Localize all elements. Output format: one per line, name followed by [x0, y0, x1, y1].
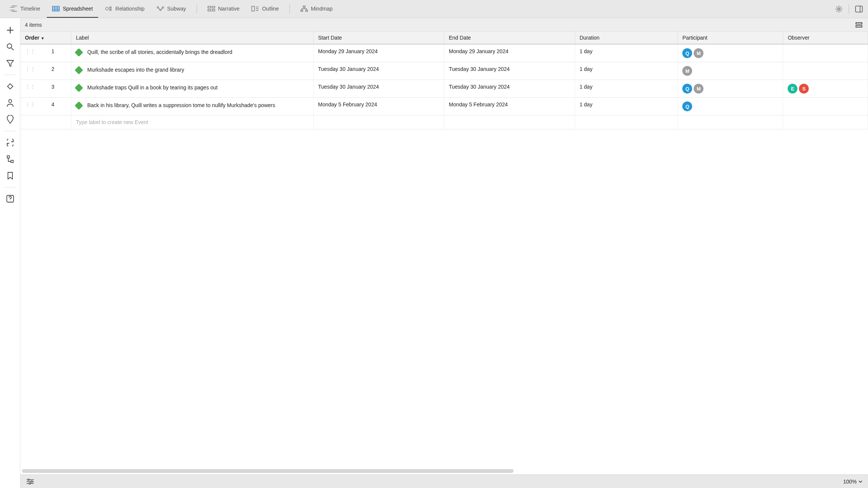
drag-handle-icon[interactable]: ⋮⋮	[25, 66, 35, 72]
narrative-icon	[208, 5, 215, 12]
settings-button[interactable]	[834, 5, 843, 14]
event-label[interactable]: Murkshade traps Quill in a book by teari…	[87, 84, 218, 91]
plus-icon	[6, 26, 14, 34]
tab-relationship[interactable]: Relationship	[100, 0, 150, 18]
col-header-participant[interactable]: Participant	[678, 32, 783, 44]
cell-observer[interactable]	[783, 62, 868, 80]
svg-rect-16	[7, 84, 12, 89]
row-display-button[interactable]	[854, 20, 863, 29]
avatar[interactable]: Q	[682, 101, 692, 111]
search-button[interactable]	[3, 39, 17, 54]
event-label[interactable]: Murkshade escapes into the grand library	[87, 66, 184, 74]
cell-end[interactable]: Tuesday 30 January 2024	[444, 62, 575, 80]
svg-rect-14	[856, 6, 862, 12]
cell-start[interactable]: Tuesday 30 January 2024	[313, 62, 444, 80]
svg-rect-5	[208, 6, 211, 8]
item-count: 4 items	[25, 22, 42, 28]
row-order: 1	[39, 48, 66, 54]
view-options-button[interactable]	[26, 477, 35, 486]
cell-observer[interactable]	[783, 98, 868, 115]
gear-icon	[835, 5, 843, 13]
zoom-control[interactable]: 100%	[843, 479, 863, 485]
tab-subway[interactable]: Subway	[151, 0, 191, 18]
cell-observer[interactable]	[783, 44, 868, 62]
cell-participant[interactable]: QM	[678, 44, 783, 62]
svg-rect-12	[305, 10, 307, 11]
refresh-button[interactable]	[3, 135, 17, 150]
cell-duration[interactable]: 1 day	[575, 98, 678, 115]
panel-toggle-button[interactable]	[854, 5, 863, 14]
tab-label: Spreadsheet	[63, 6, 92, 12]
add-button[interactable]	[3, 23, 17, 38]
table-row[interactable]: ⋮⋮ 4 Back in his library, Quill writes a…	[20, 98, 868, 115]
svg-point-15	[7, 44, 12, 48]
cell-duration[interactable]: 1 day	[575, 62, 678, 80]
avatar[interactable]: Q	[682, 84, 692, 94]
cell-end[interactable]: Tuesday 30 January 2024	[444, 80, 575, 98]
avatar[interactable]: Q	[682, 48, 692, 58]
tab-narrative[interactable]: Narrative	[202, 0, 245, 18]
sidebar-separator	[5, 187, 16, 187]
dependency-button[interactable]	[3, 152, 17, 167]
event-label[interactable]: Back in his library, Quill writes a supp…	[87, 101, 275, 109]
svg-point-23	[28, 479, 29, 480]
tab-mindmap[interactable]: Mindmap	[295, 0, 338, 18]
cell-participant[interactable]: Q	[678, 98, 783, 115]
avatar[interactable]: M	[694, 84, 703, 94]
cell-participant[interactable]: M	[678, 62, 783, 80]
drag-handle-icon[interactable]: ⋮⋮	[25, 102, 35, 107]
svg-rect-18	[7, 156, 9, 158]
character-button[interactable]	[3, 95, 17, 110]
cell-start[interactable]: Monday 5 February 2024	[313, 98, 444, 115]
avatar[interactable]: M	[682, 66, 692, 76]
event-label[interactable]: Quill, the scribe of all stories, accide…	[87, 48, 232, 56]
new-event-row[interactable]	[20, 115, 868, 129]
branch-icon	[6, 155, 14, 163]
event-type-button[interactable]	[3, 79, 17, 94]
drag-handle-icon[interactable]: ⋮⋮	[25, 84, 35, 89]
filter-button[interactable]	[3, 56, 17, 71]
table-row[interactable]: ⋮⋮ 1 Quill, the scribe of all stories, a…	[20, 44, 868, 62]
row-order: 3	[39, 84, 66, 90]
subway-icon	[157, 5, 164, 12]
cell-duration[interactable]: 1 day	[575, 80, 678, 98]
help-button[interactable]	[3, 191, 17, 206]
avatar[interactable]: S	[799, 84, 809, 94]
horizontal-scrollbar[interactable]	[22, 469, 514, 473]
avatar[interactable]: M	[694, 48, 703, 58]
col-header-observer[interactable]: Observer	[783, 32, 868, 44]
tab-spreadsheet[interactable]: Spreadsheet	[47, 0, 98, 18]
drag-handle-icon[interactable]: ⋮⋮	[25, 49, 35, 54]
avatar[interactable]: E	[788, 84, 797, 94]
svg-point-13	[838, 8, 840, 10]
cell-duration[interactable]: 1 day	[575, 44, 678, 62]
tab-timeline[interactable]: Timeline	[5, 0, 45, 18]
row-order: 4	[39, 101, 66, 107]
tab-outline[interactable]: Outline	[246, 0, 284, 18]
cell-start[interactable]: Tuesday 30 January 2024	[313, 80, 444, 98]
cell-observer[interactable]: ES	[783, 80, 868, 98]
table-row[interactable]: ⋮⋮ 3 Murkshade traps Quill in a book by …	[20, 80, 868, 98]
cell-end[interactable]: Monday 5 February 2024	[444, 98, 575, 115]
help-icon	[6, 195, 14, 203]
table-row[interactable]: ⋮⋮ 2 Murkshade escapes into the grand li…	[20, 62, 868, 80]
svg-rect-21	[856, 23, 862, 24]
new-event-input[interactable]	[76, 119, 309, 125]
svg-rect-11	[301, 10, 303, 11]
pin-icon	[7, 115, 14, 124]
tab-label: Narrative	[218, 6, 240, 12]
col-header-label[interactable]: Label	[71, 32, 314, 44]
cell-participant[interactable]: QM	[678, 80, 783, 98]
col-header-end[interactable]: End Date	[444, 32, 575, 44]
cell-start[interactable]: Monday 29 January 2024	[313, 44, 444, 62]
place-button[interactable]	[3, 112, 17, 127]
cell-end[interactable]: Monday 29 January 2024	[444, 44, 575, 62]
bookmark-button[interactable]	[3, 168, 17, 183]
svg-point-17	[9, 100, 12, 103]
col-header-start[interactable]: Start Date	[313, 32, 444, 44]
col-header-order[interactable]: Order ▼	[20, 32, 71, 44]
filter-icon	[6, 60, 14, 67]
col-header-duration[interactable]: Duration	[575, 32, 678, 44]
sidebar-separator	[5, 75, 16, 75]
sliders-icon	[26, 479, 34, 485]
